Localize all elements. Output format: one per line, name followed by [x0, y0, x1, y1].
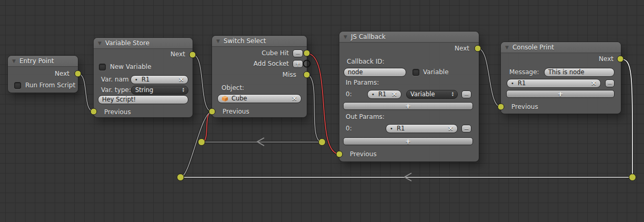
output-next-label: Next: [455, 45, 469, 52]
node-title: Entry Point: [19, 57, 54, 65]
var-type-value: String: [135, 86, 153, 94]
new-variable-checkbox[interactable]: [99, 64, 106, 70]
clear-icon[interactable]: ×: [291, 96, 297, 101]
socket-miss[interactable]: [304, 72, 310, 78]
input-previous-label: Previous: [223, 108, 249, 115]
node-header[interactable]: ▼ Entry Point: [8, 56, 78, 66]
reroute-node[interactable]: [198, 138, 205, 146]
in-params-label: In Params:: [346, 79, 379, 86]
socket-add-socket[interactable]: [303, 60, 311, 68]
variable-dot-icon: •: [371, 92, 375, 97]
out-param-value: R1: [397, 125, 405, 132]
output-cube-hit-label: Cube Hit: [261, 49, 289, 57]
callback-id-field[interactable]: node: [344, 68, 406, 77]
var-type-dropdown[interactable]: String ▴▾: [131, 86, 188, 95]
print-param-field[interactable]: • R1 ×: [507, 79, 601, 88]
link-jscallback-next-to-console-previous[interactable]: [478, 48, 501, 107]
variable-dot-icon: •: [511, 80, 514, 86]
clear-icon[interactable]: ×: [391, 92, 397, 97]
input-previous-label: Previous: [511, 103, 538, 110]
socket-jscallback-next[interactable]: [475, 45, 481, 52]
link-entry-next-to-varstore-previous[interactable]: [78, 74, 94, 112]
node-console-print[interactable]: ▼ Console Print Next Message: This is no…: [501, 42, 621, 114]
socket-console-next[interactable]: [617, 56, 624, 63]
node-js-callback[interactable]: ▼ JS Callback Next Callback ID: node Var…: [339, 32, 479, 162]
socket-entry-next[interactable]: [75, 70, 82, 77]
node-header[interactable]: ▼ JS Callback: [339, 32, 479, 42]
reroute-node[interactable]: [318, 138, 326, 146]
object-field[interactable]: Cube ×: [217, 94, 301, 103]
collapse-icon[interactable]: ▼: [12, 59, 16, 64]
spinner-icon[interactable]: ▴▾: [452, 92, 454, 96]
link-varstore-next-to-switch-previous[interactable]: [193, 55, 212, 112]
add-socket-label: Add Socket: [254, 60, 289, 67]
remove-in-param-button[interactable]: −: [461, 90, 471, 98]
add-socket-button[interactable]: +: [293, 60, 303, 68]
collapse-icon[interactable]: ▼: [98, 41, 102, 46]
node-header[interactable]: ▼ Console Print: [501, 42, 621, 53]
node-variable-store[interactable]: ▼ Variable Store Next New Variable Var. …: [94, 38, 193, 117]
variable-checkbox[interactable]: [412, 69, 419, 76]
link-console-next-down[interactable]: [620, 59, 632, 177]
remove-param-button[interactable]: −: [605, 79, 615, 87]
socket-switch-previous[interactable]: [209, 108, 216, 115]
spinner-icon[interactable]: ▴▾: [183, 87, 184, 92]
remove-socket-button[interactable]: −: [293, 49, 303, 57]
output-miss-label: Miss: [283, 71, 296, 78]
message-field[interactable]: This is node: [544, 68, 615, 77]
collapse-icon[interactable]: ▼: [505, 45, 509, 50]
node-header[interactable]: ▼ Variable Store: [94, 38, 193, 48]
variable-dot-icon: •: [135, 77, 138, 83]
clear-icon[interactable]: ×: [448, 126, 454, 131]
run-from-script-checkbox[interactable]: [14, 82, 21, 89]
var-name-value: R1: [142, 76, 149, 83]
socket-jscallback-previous[interactable]: [336, 151, 343, 158]
out-param-field[interactable]: • R1 ×: [386, 124, 458, 133]
string-value: Hey Script!: [102, 96, 136, 103]
node-title: Variable Store: [105, 39, 149, 47]
reroute-node[interactable]: [629, 174, 636, 181]
node-entry-point[interactable]: ▼ Entry Point Next Run From Script: [8, 56, 78, 93]
clear-icon[interactable]: ×: [591, 80, 597, 86]
node-header[interactable]: ▼ Switch Select: [212, 36, 307, 46]
output-next-label: Next: [55, 70, 69, 77]
print-param-value: R1: [518, 79, 526, 87]
reroute-node[interactable]: [177, 174, 184, 181]
in-param-index: 0:: [346, 90, 352, 98]
link-miss-to-reroute[interactable]: [307, 75, 322, 142]
collapse-icon[interactable]: ▼: [216, 39, 220, 44]
var-type-label: Var. type:: [101, 86, 131, 94]
var-name-field[interactable]: • R1 ×: [130, 75, 188, 84]
message-label: Message:: [509, 68, 539, 76]
new-variable-label: New Variable: [110, 63, 152, 70]
node-title: Console Print: [512, 44, 554, 51]
in-param-type-dropdown[interactable]: Variable ▴▾: [406, 90, 458, 99]
add-in-param-button[interactable]: +: [343, 102, 473, 110]
out-params-label: Out Params:: [346, 113, 385, 120]
in-param-field[interactable]: • R1 ×: [367, 90, 401, 99]
input-previous-label: Previous: [104, 108, 131, 116]
out-param-index: 0:: [346, 125, 352, 132]
node-switch-select[interactable]: ▼ Switch Select Cube Hit − Add Socket + …: [212, 36, 307, 117]
remove-out-param-button[interactable]: −: [461, 125, 471, 133]
socket-console-previous[interactable]: [498, 104, 505, 110]
add-out-param-button[interactable]: +: [343, 137, 473, 145]
message-value: This is node: [548, 68, 585, 76]
string-value-field[interactable]: Hey Script!: [98, 95, 188, 104]
add-param-button[interactable]: +: [506, 90, 615, 98]
socket-cube-hit[interactable]: [304, 50, 310, 57]
link-loopback-to-switch-previous[interactable]: [180, 112, 212, 177]
flow-direction-arrow: [257, 138, 264, 146]
node-title: Switch Select: [224, 37, 266, 45]
socket-varstore-previous[interactable]: [90, 108, 97, 115]
collapse-icon[interactable]: ▼: [344, 35, 347, 39]
object-label: Object:: [222, 84, 244, 92]
clear-icon[interactable]: ×: [178, 77, 184, 82]
variable-dot-icon: •: [390, 126, 393, 132]
input-previous-label: Previous: [350, 150, 377, 158]
object-value: Cube: [232, 95, 247, 102]
run-from-script-label: Run From Script: [25, 82, 75, 89]
socket-varstore-next[interactable]: [189, 52, 196, 58]
output-next-label: Next: [599, 55, 613, 63]
link-reroute-to-switch-previous[interactable]: [202, 112, 212, 142]
